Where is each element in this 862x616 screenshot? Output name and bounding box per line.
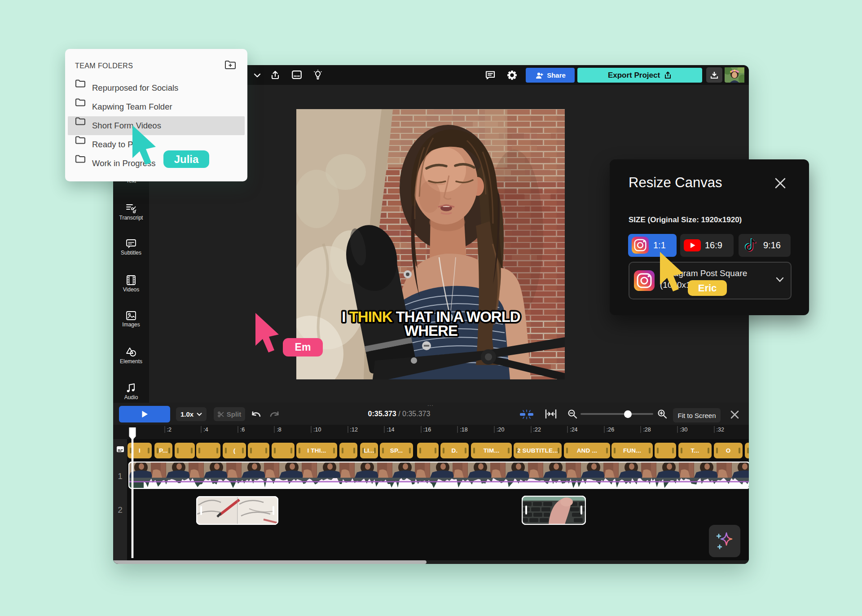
svg-text:WHERE: WHERE [405,322,457,339]
